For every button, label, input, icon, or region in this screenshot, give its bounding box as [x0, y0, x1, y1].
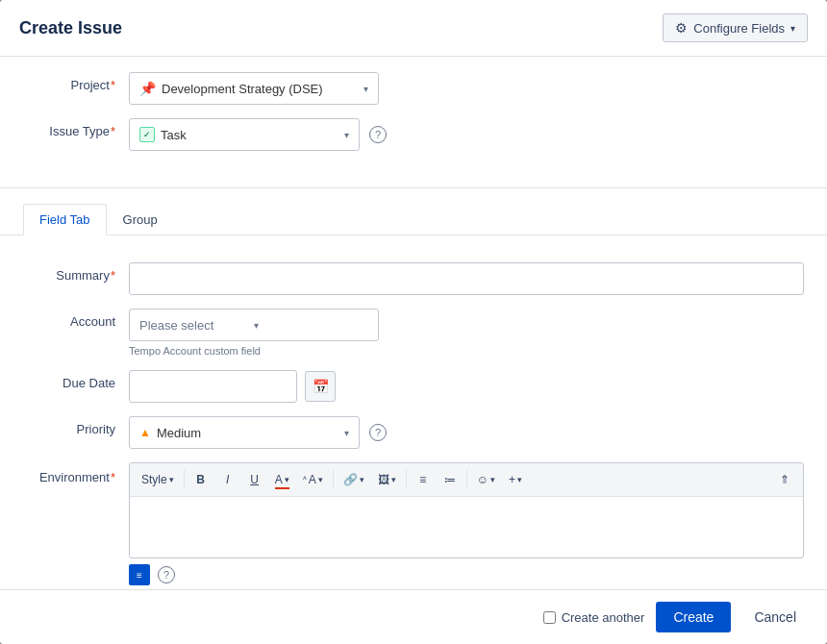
issue-type-value: Task: [161, 128, 344, 142]
link-arrow: ▾: [360, 475, 364, 484]
emoji-button[interactable]: ☺ ▾: [471, 467, 501, 492]
style-arrow-icon: ▾: [169, 475, 174, 484]
modal-footer: Create another Create Cancel: [0, 589, 827, 644]
calendar-icon[interactable]: 📅: [305, 371, 336, 402]
text-color-button[interactable]: A ▾: [269, 467, 295, 492]
issue-type-row: Issue Type* ✓ Task ▾ ?: [23, 118, 804, 151]
account-select[interactable]: Please select ▾: [129, 309, 379, 341]
env-help-icon[interactable]: ?: [158, 566, 175, 583]
priority-select[interactable]: ▲ Medium ▾: [129, 416, 360, 449]
chevron-down-icon: ▾: [790, 23, 795, 34]
gear-icon: ⚙: [675, 20, 688, 36]
project-field-content: 📌 Development Strategy (DSE) ▾: [129, 72, 804, 105]
bold-button[interactable]: B: [188, 467, 213, 492]
tabs-container: Field Tab Group: [0, 196, 827, 235]
configure-fields-label: Configure Fields: [693, 21, 785, 36]
ordered-list-icon: ≔: [444, 473, 456, 486]
issue-type-arrow: ▾: [344, 130, 349, 140]
link-icon: 🔗: [343, 473, 358, 486]
project-select[interactable]: 📌 Development Strategy (DSE) ▾: [129, 72, 379, 105]
due-date-label: Due Date: [23, 370, 129, 390]
emoji-icon: ☺: [477, 473, 489, 486]
italic-button[interactable]: I: [215, 467, 240, 492]
link-button[interactable]: 🔗 ▾: [338, 467, 370, 492]
priority-medium-icon: ▲: [139, 426, 151, 439]
collapse-toolbar-button[interactable]: ⇑: [772, 467, 797, 492]
summary-field-content: [129, 262, 804, 295]
divider-1: [0, 187, 827, 188]
plus-icon: +: [509, 473, 515, 486]
configure-fields-button[interactable]: ⚙ Configure Fields ▾: [663, 13, 808, 42]
create-another-label[interactable]: Create another: [543, 610, 645, 625]
create-button[interactable]: Create: [656, 602, 731, 632]
insert-button[interactable]: + ▾: [503, 467, 528, 492]
priority-row: Priority ▲ Medium ▾ ?: [23, 416, 804, 449]
due-date-field-content: 📅: [129, 370, 804, 403]
cancel-button[interactable]: Cancel: [742, 602, 808, 632]
summary-row: Summary*: [23, 262, 804, 295]
environment-row: Environment* Style ▾ B I U: [23, 462, 804, 589]
image-icon: 🖼: [378, 473, 389, 486]
font-size-button[interactable]: ᴬA ▾: [297, 467, 329, 492]
insert-arrow: ▾: [517, 475, 522, 484]
modal-title: Create Issue: [19, 18, 122, 38]
issue-type-field-content: ✓ Task ▾ ?: [129, 118, 804, 151]
date-row: 📅: [129, 370, 804, 403]
environment-label: Environment*: [23, 462, 129, 484]
account-hint: Tempo Account custom field: [129, 345, 804, 357]
font-size-arrow: ▾: [318, 475, 323, 484]
account-dropdown-arrow: ▾: [254, 320, 368, 331]
form-section-fields: Summary* Account Please select ▾ Tempo A…: [0, 247, 827, 589]
modal-header: Create Issue ⚙ Configure Fields ▾: [0, 0, 827, 57]
toolbar-sep-2: [333, 470, 334, 489]
underline-button[interactable]: U: [242, 467, 267, 492]
create-another-text: Create another: [562, 610, 645, 625]
tab-field-tab[interactable]: Field Tab: [23, 204, 107, 235]
form-section-top: Project* 📌 Development Strategy (DSE) ▾ …: [0, 57, 827, 180]
collapse-icon: ⇑: [780, 473, 789, 486]
issue-type-help-icon[interactable]: ?: [369, 126, 387, 143]
project-row: Project* 📌 Development Strategy (DSE) ▾: [23, 72, 804, 105]
environment-toolbar: Style ▾ B I U A ▾: [130, 463, 803, 497]
env-actions: ≡ ?: [129, 564, 804, 585]
unordered-list-button[interactable]: ≡: [411, 467, 436, 492]
env-expand-icon[interactable]: ≡: [129, 564, 150, 585]
color-arrow: ▾: [285, 475, 289, 484]
priority-help-icon[interactable]: ?: [369, 424, 387, 441]
summary-label: Summary*: [23, 262, 129, 283]
issue-type-select[interactable]: ✓ Task ▾: [129, 118, 360, 151]
due-date-row: Due Date 📅: [23, 370, 804, 403]
account-field-content: Please select ▾ Tempo Account custom fie…: [129, 309, 804, 357]
account-placeholder: Please select: [139, 318, 254, 333]
environment-field-content: Style ▾ B I U A ▾: [129, 462, 804, 589]
due-date-input[interactable]: [129, 370, 297, 403]
environment-textarea[interactable]: [130, 497, 803, 555]
create-another-checkbox[interactable]: [543, 611, 556, 624]
issue-type-controls: ✓ Task ▾ ?: [129, 118, 804, 151]
account-row: Account Please select ▾ Tempo Account cu…: [23, 309, 804, 357]
ordered-list-button[interactable]: ≔: [438, 467, 463, 492]
toolbar-sep-4: [466, 470, 467, 489]
priority-controls: ▲ Medium ▾ ?: [129, 416, 804, 449]
summary-input[interactable]: [129, 262, 804, 295]
priority-field-content: ▲ Medium ▾ ?: [129, 416, 804, 449]
priority-arrow: ▾: [344, 428, 349, 438]
create-issue-modal: Create Issue ⚙ Configure Fields ▾ Projec…: [0, 0, 827, 644]
project-pin-icon: 📌: [139, 81, 156, 96]
issue-type-label: Issue Type*: [23, 118, 129, 138]
environment-editor: Style ▾ B I U A ▾: [129, 462, 804, 558]
tab-group[interactable]: Group: [107, 204, 174, 235]
project-label: Project*: [23, 72, 129, 92]
project-dropdown-arrow: ▾: [363, 84, 368, 94]
emoji-arrow: ▾: [490, 475, 495, 484]
image-arrow: ▾: [391, 475, 396, 484]
modal-body: Project* 📌 Development Strategy (DSE) ▾ …: [0, 57, 827, 589]
color-underline: [275, 487, 289, 489]
account-label: Account: [23, 309, 129, 329]
toolbar-sep-3: [406, 470, 407, 489]
task-icon: ✓: [139, 127, 155, 142]
image-button[interactable]: 🖼 ▾: [372, 467, 402, 492]
style-dropdown-btn[interactable]: Style ▾: [136, 467, 180, 492]
project-value: Development Strategy (DSE): [162, 82, 356, 96]
toolbar-sep-1: [184, 470, 185, 489]
